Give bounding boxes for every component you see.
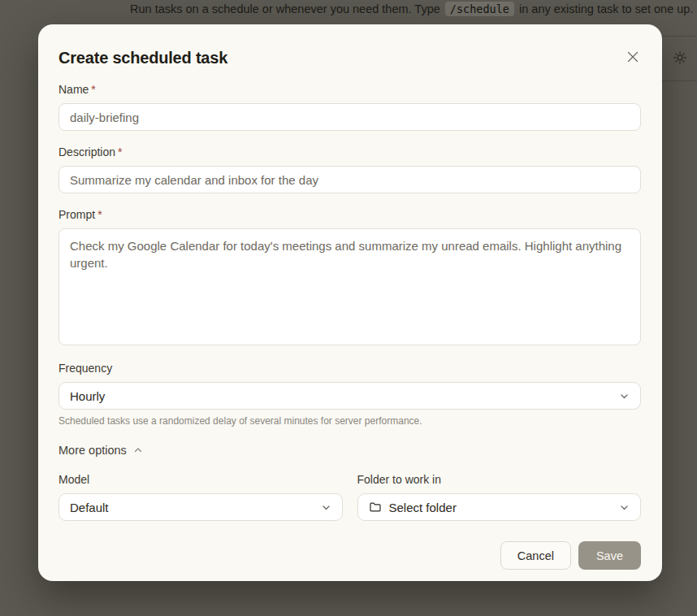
frequency-label: Frequency (58, 362, 641, 375)
create-scheduled-task-modal: Create scheduled task Name* Description*… (38, 24, 662, 581)
model-label: Model (58, 473, 343, 486)
more-options-label: More options (58, 444, 127, 457)
background-panel (662, 0, 697, 616)
name-field-group: Name* (58, 83, 641, 131)
model-select[interactable]: Default (58, 493, 343, 521)
prompt-label: Prompt* (58, 208, 641, 221)
folder-label: Folder to work in (357, 473, 642, 486)
folder-selected-value: Select folder (389, 501, 457, 514)
cancel-button[interactable]: Cancel (500, 541, 571, 570)
folder-icon (369, 501, 382, 514)
name-label: Name* (58, 83, 641, 96)
description-input[interactable] (58, 166, 641, 193)
model-field-group: Model Default (58, 473, 343, 521)
frequency-selected-value: Hourly (70, 389, 105, 403)
folder-select[interactable]: Select folder (357, 493, 642, 521)
required-asterisk: * (118, 145, 122, 158)
more-options-toggle[interactable]: More options (58, 444, 144, 457)
required-asterisk: * (97, 208, 102, 221)
frequency-helper-text: Scheduled tasks use a randomized delay o… (58, 415, 641, 427)
chevron-up-icon (132, 445, 144, 456)
name-input[interactable] (58, 103, 641, 131)
description-field-group: Description* (58, 145, 641, 193)
frequency-field-group: Frequency Hourly Scheduled tasks use a r… (58, 362, 641, 427)
theme-toggle-button[interactable] (668, 46, 692, 71)
chevron-down-icon (321, 502, 331, 513)
sun-icon (673, 51, 686, 67)
chevron-down-icon (619, 391, 630, 401)
chevron-down-icon (619, 502, 630, 513)
prompt-textarea[interactable]: Check my Google Calendar for today's mee… (58, 228, 641, 345)
app-screen: Run tasks on a schedule or whenever you … (0, 0, 697, 616)
schedule-hint-banner: Run tasks on a schedule or whenever you … (130, 1, 693, 17)
modal-title: Create scheduled task (58, 42, 227, 67)
description-label: Description* (58, 145, 641, 158)
required-asterisk: * (91, 83, 95, 96)
banner-text-before: Run tasks on a schedule or whenever you … (130, 2, 444, 15)
frequency-select[interactable]: Hourly (58, 382, 641, 410)
background-topbar (662, 36, 697, 81)
prompt-field-group: Prompt* Check my Google Calendar for tod… (58, 208, 641, 345)
close-button[interactable] (621, 46, 644, 68)
close-icon (626, 54, 639, 66)
folder-field-group: Folder to work in Select folder (357, 473, 642, 521)
model-selected-value: Default (70, 501, 109, 514)
schedule-command-chip: /schedule (445, 2, 514, 16)
save-button[interactable]: Save (578, 541, 641, 570)
